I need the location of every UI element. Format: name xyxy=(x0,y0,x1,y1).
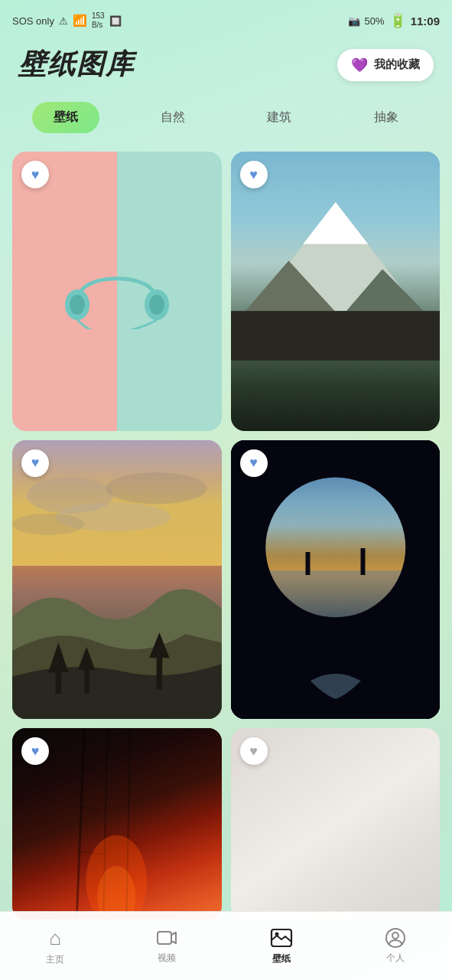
nav-video-label: 视频 xyxy=(158,952,176,965)
heart-button-2[interactable]: ♥ xyxy=(240,161,268,188)
heart-icon-6: ♥ xyxy=(249,743,258,760)
profile-icon xyxy=(385,927,406,949)
nav-video[interactable]: 视频 xyxy=(144,921,190,971)
wallpaper-card-3[interactable]: ♥ xyxy=(12,440,222,720)
wallpaper-card-6[interactable]: ♥ xyxy=(231,728,441,920)
nav-profile[interactable]: 个人 xyxy=(372,921,418,971)
svg-line-30 xyxy=(73,766,96,770)
svg-point-38 xyxy=(275,933,278,936)
tab-architecture[interactable]: 建筑 xyxy=(246,102,313,133)
svg-point-12 xyxy=(12,514,84,535)
signal-icon: ⚠ xyxy=(59,15,68,27)
svg-line-27 xyxy=(76,728,84,920)
heart-purple-icon: 💜 xyxy=(351,57,368,74)
speed-text: 153B/s xyxy=(92,11,105,30)
wifi-icon: 📶 xyxy=(73,14,87,28)
svg-rect-8 xyxy=(231,311,441,361)
svg-point-10 xyxy=(106,472,207,504)
arch-frame xyxy=(231,440,441,720)
svg-rect-35 xyxy=(158,932,171,944)
heart-button-1[interactable]: ♥ xyxy=(21,161,49,188)
heart-button-3[interactable]: ♥ xyxy=(21,449,49,477)
wallpaper-grid: ♥ ♥ xyxy=(0,145,452,926)
tab-wallpaper[interactable]: 壁纸 xyxy=(32,102,99,133)
heart-icon-1: ♥ xyxy=(31,167,40,183)
header: 壁纸图库 💜 我的收藏 xyxy=(0,38,452,96)
battery-percent: 50% xyxy=(365,15,385,27)
svg-point-3 xyxy=(149,295,164,315)
nav-wallpaper[interactable]: 壁纸 xyxy=(258,920,305,972)
heart-icon-3: ♥ xyxy=(31,455,40,471)
svg-line-31 xyxy=(69,805,99,811)
category-tabs: 壁纸 自然 建筑 抽象 xyxy=(0,96,452,145)
app-title: 壁纸图库 xyxy=(18,46,135,83)
nav-wallpaper-label: 壁纸 xyxy=(272,952,291,965)
wallpaper-card-5[interactable]: ♥ xyxy=(12,728,222,920)
heart-button-6[interactable]: ♥ xyxy=(240,737,268,765)
status-bar: SOS only ⚠ 📶 153B/s 🔲 📷 50% 🔋 11:09 xyxy=(0,0,452,38)
wallpaper-icon xyxy=(270,926,293,949)
favorites-label: 我的收藏 xyxy=(374,57,420,72)
favorites-button[interactable]: 💜 我的收藏 xyxy=(337,49,434,81)
heart-button-4[interactable]: ♥ xyxy=(240,449,268,477)
wallpaper-card-2[interactable]: ♥ xyxy=(231,152,441,431)
camera-small-icon: 📷 xyxy=(348,15,360,27)
status-left: SOS only ⚠ 📶 153B/s 🔲 xyxy=(12,11,122,30)
headphone-svg xyxy=(63,253,171,329)
nav-home-label: 主页 xyxy=(46,953,64,966)
nav-profile-label: 个人 xyxy=(386,952,405,965)
clock: 11:09 xyxy=(411,15,440,28)
home-icon: ⌂ xyxy=(49,926,61,950)
tab-abstract[interactable]: 抽象 xyxy=(353,102,420,133)
heart-icon-5: ♥ xyxy=(31,743,40,760)
svg-point-1 xyxy=(70,295,85,315)
video-icon xyxy=(156,927,177,949)
bottom-nav: ⌂ 主页 视频 壁纸 个人 xyxy=(0,911,452,980)
battery-icon: 🔋 xyxy=(389,12,406,29)
mountain-svg xyxy=(231,194,441,361)
hills-svg xyxy=(12,566,222,720)
wallpaper-card-1[interactable]: ♥ xyxy=(12,152,222,431)
nav-home[interactable]: ⌂ 主页 xyxy=(34,920,76,972)
svg-marker-36 xyxy=(171,933,176,943)
status-right: 📷 50% 🔋 11:09 xyxy=(348,12,440,29)
sos-text: SOS only xyxy=(12,15,54,27)
svg-marker-5 xyxy=(303,202,368,244)
heart-icon-2: ♥ xyxy=(249,167,258,183)
heart-icon-4: ♥ xyxy=(249,455,258,471)
extra-icon: 🔲 xyxy=(109,15,122,27)
arch-svg xyxy=(231,440,441,720)
tab-nature[interactable]: 自然 xyxy=(139,102,206,133)
wallpaper-card-4[interactable]: ♥ xyxy=(231,440,441,720)
svg-point-40 xyxy=(392,933,398,939)
